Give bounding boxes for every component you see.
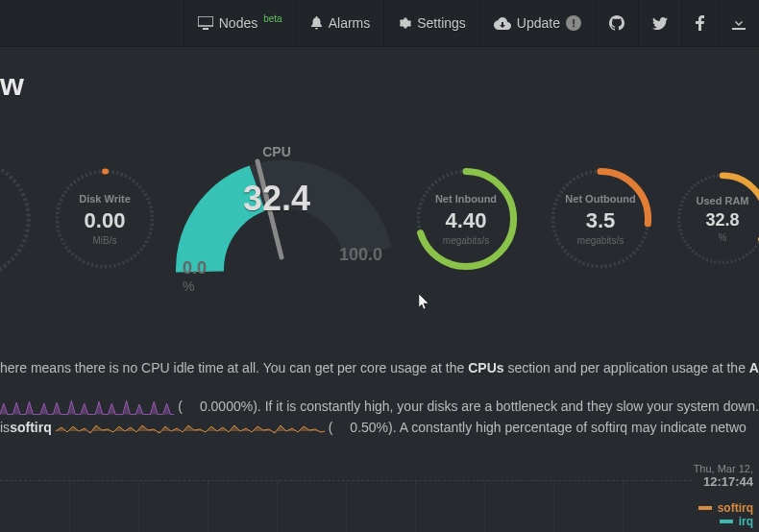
gauge-disk-write[interactable]: Disk Write 0.00 MiB/s — [48, 162, 161, 276]
gauge-net-out-value: 3.5 — [586, 208, 616, 233]
legend-softirq-label: softirq — [718, 501, 753, 515]
legend-swatch-softirq — [698, 506, 712, 510]
twitter-icon — [652, 17, 668, 30]
legend-swatch-irq — [720, 520, 733, 523]
gauge-net-inbound[interactable]: Net Inbound 4.40 megabits/s — [409, 162, 523, 276]
facebook-icon — [696, 15, 704, 31]
nav-update-label: Update — [517, 15, 560, 31]
sparkline-iowait — [0, 396, 174, 417]
desc-cpus-link[interactable]: CPUs — [468, 360, 503, 375]
legend-softirq[interactable]: softirq — [698, 501, 753, 515]
legend-irq-label: irq — [739, 515, 753, 528]
top-nav: Nodes beta Alarms Settings Update ! — [0, 0, 759, 47]
cloud-download-icon — [494, 17, 511, 30]
nav-settings-label: Settings — [417, 15, 466, 31]
gauge-net-in-unit: megabits/s — [443, 235, 489, 246]
gauges-row: Disk Write 0.00 MiB/s CPU 32.4 0.0 100.0… — [0, 142, 759, 296]
gear-icon — [398, 16, 411, 30]
chart-legend: softirq irq — [698, 501, 753, 528]
gauge-cpu-value: 32.4 — [243, 179, 310, 219]
gauge-cpu-max: 100.0 — [339, 245, 382, 265]
desc-l3-val: 0.50% — [350, 417, 388, 438]
nav-download[interactable] — [718, 0, 759, 46]
legend-irq[interactable]: irq — [698, 515, 753, 528]
desc-l2-paren: ( — [178, 396, 183, 417]
gauge-used-ram[interactable]: Used RAM 32.8 % — [671, 167, 759, 271]
gauge-partial-left[interactable] — [0, 153, 37, 285]
desc-l3-is: is — [0, 417, 10, 438]
gauge-cpu-unit: % — [183, 278, 194, 294]
nav-nodes[interactable]: Nodes beta — [184, 0, 296, 46]
svg-rect-1 — [203, 28, 208, 30]
gauge-ram-value: 32.8 — [705, 210, 739, 230]
svg-point-2 — [0, 160, 29, 277]
bell-icon — [310, 16, 323, 30]
timestamp-date: Thu, Mar 12, — [694, 463, 753, 474]
gauge-net-outbound[interactable]: Net Outbound 3.5 megabits/s — [544, 162, 657, 276]
svg-rect-0 — [198, 16, 213, 26]
nav-nodes-label: Nodes — [219, 15, 257, 31]
gauge-cpu-min: 0.0 — [183, 258, 207, 278]
nav-twitter[interactable] — [638, 0, 681, 46]
nav-alarms-label: Alarms — [329, 15, 371, 31]
gauge-net-out-title: Net Outbound — [565, 193, 635, 205]
nav-facebook[interactable] — [681, 0, 718, 46]
gauge-net-in-title: Net Inbound — [435, 193, 497, 205]
sparkline-softirq — [56, 418, 325, 437]
timestamp-time: 12:17:44 — [694, 474, 753, 489]
nav-alarms[interactable]: Alarms — [296, 0, 384, 46]
desc-l2-rest: ). If it is constantly high, your disks … — [253, 396, 759, 417]
nav-settings[interactable]: Settings — [383, 0, 479, 46]
timestamp: Thu, Mar 12, 12:17:44 — [694, 463, 753, 489]
description-text: here means there is no CPU idle time at … — [0, 357, 759, 438]
gauge-disk-write-value: 0.00 — [85, 208, 126, 233]
desc-line1a: here means there is no CPU idle time at … — [0, 360, 468, 375]
page-title: w — [0, 67, 24, 103]
nav-github[interactable] — [595, 0, 638, 46]
beta-badge: beta — [263, 13, 282, 24]
nav-update[interactable]: Update ! — [479, 0, 595, 46]
gauge-disk-write-unit: MiB/s — [93, 235, 117, 246]
gauge-disk-write-title: Disk Write — [79, 193, 131, 205]
mouse-cursor — [419, 294, 432, 311]
timeseries-chart[interactable] — [0, 480, 692, 532]
download-icon — [732, 16, 746, 30]
desc-l3-kw: softirq — [10, 417, 52, 438]
gauge-ram-unit: % — [719, 232, 727, 243]
gauge-cpu[interactable]: CPU 32.4 0.0 100.0 % — [161, 142, 392, 296]
gauge-net-in-value: 4.40 — [446, 208, 487, 233]
desc-line1b: section and per application usage at the — [504, 360, 749, 375]
gauge-net-out-unit: megabits/s — [577, 235, 624, 246]
desc-apps-link[interactable]: A — [749, 360, 759, 375]
github-icon — [609, 15, 624, 31]
update-badge: ! — [566, 15, 581, 31]
gauge-ram-title: Used RAM — [696, 195, 748, 206]
desc-l3-paren: ( — [329, 417, 333, 438]
desc-l2-val: 0.0000% — [200, 396, 253, 417]
desc-l3-rest: ). A constantly high percentage of softi… — [388, 417, 747, 438]
gauge-cpu-title: CPU — [262, 144, 291, 159]
monitor-icon — [198, 16, 213, 30]
